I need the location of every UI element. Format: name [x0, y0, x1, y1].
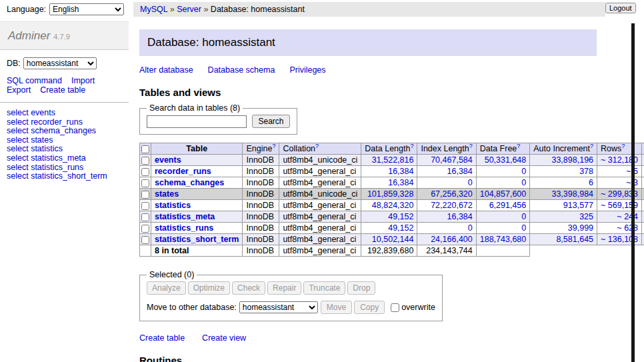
index-length-link[interactable]: 70,467,584: [431, 155, 473, 165]
move-db-select[interactable]: homeassistant: [239, 301, 318, 313]
sidebar-item-states[interactable]: select states: [7, 136, 122, 145]
search-button[interactable]: Search: [252, 115, 289, 128]
data-length-link[interactable]: 16,384: [388, 167, 413, 176]
index-length-link[interactable]: 16,384: [447, 167, 473, 176]
auto-increment-link[interactable]: 378: [579, 167, 593, 176]
help-link-index-length[interactable]: ?: [469, 143, 473, 149]
row-checkbox-statistics-meta[interactable]: [141, 213, 149, 221]
sidebar-action-line: SQL commandImport: [7, 76, 122, 85]
row-checkbox-statistics-short-term[interactable]: [141, 236, 149, 244]
auto-increment-link[interactable]: 913,577: [563, 201, 593, 210]
table-link-recorder-runs[interactable]: recorder_runs: [155, 167, 211, 176]
action-privileges[interactable]: Privileges: [289, 65, 325, 75]
select-all-checkbox[interactable]: [141, 145, 149, 153]
table-link-schema-changes[interactable]: schema_changes: [155, 178, 224, 187]
data-free-link[interactable]: 0: [521, 212, 526, 221]
bulk-check-button[interactable]: Check: [232, 281, 265, 295]
breadcrumb-link-server[interactable]: Server: [177, 5, 201, 14]
link-create-table[interactable]: Create table: [139, 333, 185, 343]
data-length-link[interactable]: 49,152: [388, 212, 413, 221]
action-alter-database[interactable]: Alter database: [139, 65, 193, 75]
data-length-link[interactable]: 31,522,816: [372, 155, 414, 165]
search-input[interactable]: [147, 115, 247, 128]
table-link-events[interactable]: events: [155, 155, 181, 165]
check-cell: [140, 166, 151, 177]
table-link-statistics-meta[interactable]: statistics_meta: [155, 212, 215, 221]
breadcrumb-link-mysql[interactable]: MySQL: [140, 5, 167, 14]
auto-increment-link[interactable]: 6: [589, 178, 593, 187]
data-free-cell: 188,743,680: [476, 234, 530, 245]
auto-increment-link[interactable]: 33,898,196: [551, 155, 593, 165]
data-free-link[interactable]: 50,331,648: [485, 155, 527, 165]
sidebar-item-statistics[interactable]: select statistics: [7, 145, 122, 154]
bulk-truncate-button[interactable]: Truncate: [303, 281, 345, 295]
data-length-cell: 192,839,680: [361, 245, 417, 257]
row-checkbox-statistics-runs[interactable]: [141, 225, 149, 233]
link-create-view[interactable]: Create view: [202, 333, 246, 343]
row-checkbox-schema-changes[interactable]: [141, 179, 149, 187]
check-cell: [140, 234, 151, 245]
vertical-scrollbar[interactable]: [631, 23, 635, 362]
help-link-auto-increment[interactable]: ?: [590, 143, 593, 149]
auto-increment-link[interactable]: 325: [579, 212, 593, 221]
row-checkbox-statistics[interactable]: [141, 202, 149, 210]
sidebar-item-statistics-meta[interactable]: select statistics_meta: [7, 154, 122, 163]
sidebar-link-sql-command[interactable]: SQL command: [7, 76, 62, 85]
data-length-link[interactable]: 49,152: [388, 223, 413, 233]
help-link-engine[interactable]: ?: [272, 143, 275, 149]
index-length-link[interactable]: 24,166,400: [431, 235, 473, 244]
rows-link[interactable]: ~ 244: [617, 212, 638, 221]
sidebar-item-recorder-runs[interactable]: select recorder_runs: [7, 118, 122, 127]
overwrite-checkbox[interactable]: [391, 303, 399, 312]
help-link-collation[interactable]: ?: [315, 143, 319, 149]
table-link-statistics-runs[interactable]: statistics_runs: [155, 223, 213, 233]
bulk-drop-button[interactable]: Drop: [347, 281, 375, 295]
sidebar-item-statistics-runs[interactable]: select statistics_runs: [7, 163, 122, 173]
row-checkbox-recorder-runs[interactable]: [141, 168, 149, 176]
table-link-statistics[interactable]: statistics: [155, 201, 191, 210]
copy-button[interactable]: Copy: [354, 301, 385, 314]
action-database-schema[interactable]: Database schema: [208, 65, 275, 75]
sidebar-link-import[interactable]: Import: [71, 76, 95, 85]
sidebar-item-events[interactable]: select events: [7, 109, 122, 118]
table-link-statistics-short-term[interactable]: statistics_short_term: [155, 235, 239, 244]
logout-button[interactable]: Logout: [605, 3, 636, 13]
sidebar-item-schema-changes[interactable]: select schema_changes: [7, 127, 122, 136]
sidebar-link-create-table[interactable]: Create table: [40, 85, 85, 95]
row-checkbox-events[interactable]: [141, 157, 149, 165]
help-link-data-length[interactable]: ?: [410, 143, 413, 149]
help-link-data-free[interactable]: ?: [517, 143, 520, 149]
table-link-states[interactable]: states: [155, 189, 179, 199]
bulk-optimize-button[interactable]: Optimize: [188, 281, 230, 295]
data-length-link[interactable]: 48,824,320: [372, 201, 414, 210]
language-select[interactable]: English: [49, 3, 124, 15]
rows-link[interactable]: ~ 628: [617, 223, 638, 233]
data-free-link[interactable]: 6,291,456: [489, 201, 527, 210]
row-checkbox-states[interactable]: [141, 191, 149, 199]
auto-increment-link[interactable]: 39,999: [568, 223, 593, 233]
index-length-link[interactable]: 0: [468, 178, 473, 187]
data-free-link[interactable]: 0: [521, 178, 526, 187]
sidebar-item-statistics-short-term[interactable]: select statistics_short_term: [7, 172, 122, 181]
data-length-link[interactable]: 10,502,144: [372, 235, 414, 244]
data-length-link[interactable]: 16,384: [388, 178, 413, 187]
auto-increment-link[interactable]: 8,581,645: [556, 235, 593, 244]
data-free-link[interactable]: 188,743,680: [480, 235, 527, 244]
data-free-link[interactable]: 104,857,600: [480, 189, 527, 199]
index-length-link[interactable]: 67,256,320: [431, 189, 473, 199]
index-length-link[interactable]: 72,220,672: [431, 201, 473, 210]
data-free-link[interactable]: 0: [521, 167, 526, 176]
index-length-link[interactable]: 0: [468, 223, 473, 233]
bulk-repair-button[interactable]: Repair: [267, 281, 301, 295]
col-header-label: Collation: [283, 144, 315, 153]
data-length-link[interactable]: 101,859,328: [367, 189, 414, 199]
auto-increment-cell: 33,898,196: [530, 155, 597, 166]
help-link-rows[interactable]: ?: [621, 143, 625, 149]
index-length-link[interactable]: 16,384: [447, 212, 473, 221]
db-select[interactable]: homeassistant: [23, 57, 97, 69]
sidebar-link-export[interactable]: Export: [7, 85, 31, 95]
bulk-analyze-button[interactable]: Analyze: [147, 281, 186, 295]
auto-increment-link[interactable]: 33,398,984: [551, 189, 593, 199]
move-button[interactable]: Move: [321, 301, 352, 314]
data-free-link[interactable]: 0: [521, 223, 526, 233]
